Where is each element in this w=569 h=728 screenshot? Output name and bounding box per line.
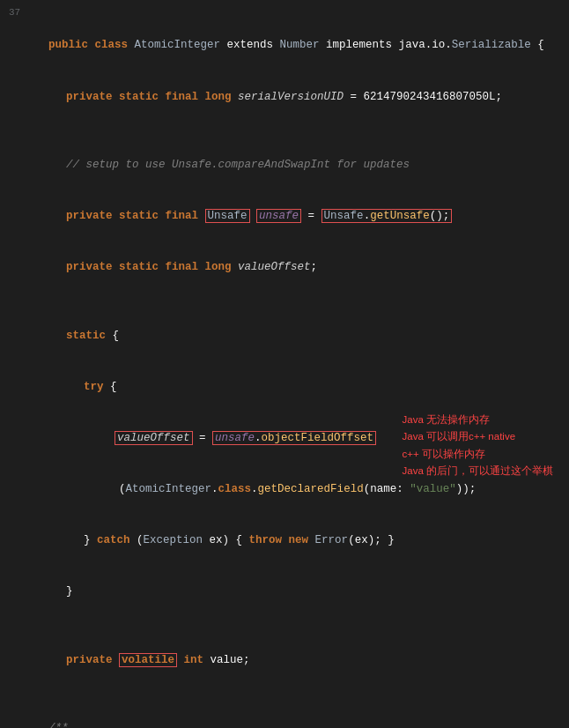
code-line-catch: } catch (Exception ex) { throw new Error… bbox=[9, 516, 560, 567]
code-line-empty2 bbox=[9, 293, 560, 310]
code-line-empty1 bbox=[9, 123, 560, 139]
ann-line1: Java 无法操作内存 bbox=[403, 412, 554, 429]
code-line-volatile: private volatile int value; bbox=[9, 635, 560, 687]
code-line-valueoffset-decl: private static final long valueOffset; bbox=[9, 242, 560, 293]
code-line-valueoffset-assign-wrapper: valueOffset = unsafe.objectFieldOffset J… bbox=[9, 413, 560, 464]
code-line-empty4 bbox=[9, 687, 560, 703]
section-atomic-integer: 37 public class AtomicInteger extends Nu… bbox=[0, 0, 569, 728]
code-line-uid: private static final long serialVersionU… bbox=[9, 71, 560, 123]
code-line-getdeclared: (AtomicInteger.class.getDeclaredField(na… bbox=[9, 464, 560, 516]
ann-line3: c++ 可以操作内存 bbox=[403, 446, 554, 464]
code-line-static-close: } bbox=[9, 567, 560, 618]
code-viewer: 37 public class AtomicInteger extends Nu… bbox=[0, 0, 569, 728]
code-line-try: try { bbox=[9, 362, 560, 413]
code-line-javadoc: /** bbox=[9, 703, 560, 728]
line-row-number: 37 bbox=[9, 5, 560, 20]
code-line-empty3 bbox=[9, 618, 560, 635]
code-line-unsafe: private static final Unsafe unsafe = Uns… bbox=[9, 191, 560, 242]
code-line-class: public class AtomicInteger extends Numbe… bbox=[9, 20, 560, 71]
code-line-comment: // setup to use Unsafe.compareAndSwapInt… bbox=[9, 140, 560, 191]
ann-line2: Java 可以调用c++ native bbox=[403, 428, 554, 446]
code-line-static: static { bbox=[9, 310, 560, 361]
